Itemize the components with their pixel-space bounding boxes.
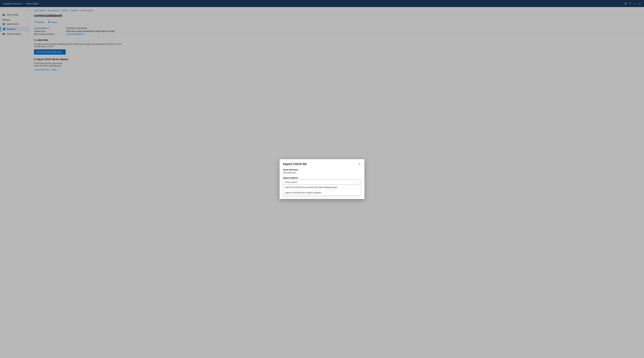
modal-header: Import COCO file × bbox=[280, 159, 364, 169]
dropdown-option-azure-ml[interactable]: Import COCO file from an Azure ML Data L… bbox=[283, 185, 361, 190]
import-method-select[interactable]: Please select bbox=[283, 180, 361, 185]
dropdown-options: Import COCO file from an Azure ML Data L… bbox=[283, 185, 361, 195]
azure-directory-label: Azure directory bbox=[283, 169, 361, 171]
import-method-select-container: Please select ⌄ bbox=[283, 180, 361, 185]
import-coco-modal: Import COCO file × Azure directory micro… bbox=[280, 159, 364, 199]
azure-directory-value: microsoft.com bbox=[283, 171, 361, 174]
import-method-label: Import method * bbox=[283, 177, 361, 179]
dropdown-option-blob-container[interactable]: Import COCO file from a Blob Container bbox=[283, 190, 361, 195]
import-method-field: Import method * Please select ⌄ Import C… bbox=[283, 177, 361, 195]
required-star: * bbox=[298, 177, 299, 179]
azure-directory-field: Azure directory microsoft.com bbox=[283, 169, 361, 174]
modal-title: Import COCO file bbox=[283, 162, 307, 166]
modal-close-button[interactable]: × bbox=[358, 162, 361, 166]
modal-overlay[interactable]: Import COCO file × Azure directory micro… bbox=[0, 0, 644, 358]
modal-body: Azure directory microsoft.com Import met… bbox=[280, 169, 364, 195]
select-placeholder: Please select bbox=[285, 181, 297, 183]
